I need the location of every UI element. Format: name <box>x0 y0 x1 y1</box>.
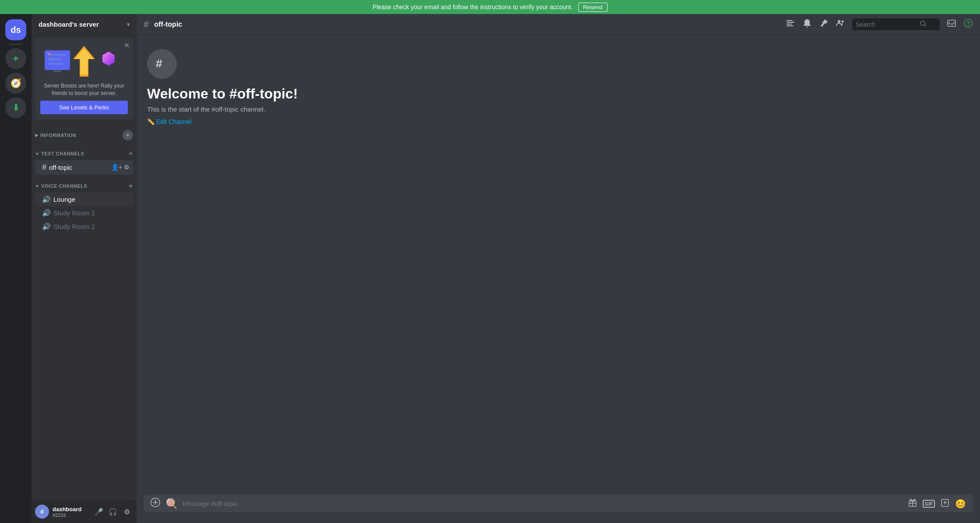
speaker-icon-lounge: 🔊 <box>42 195 51 204</box>
boost-gem-icon <box>102 52 115 66</box>
svg-point-15 <box>842 21 844 23</box>
download-button[interactable]: ⬇ <box>5 97 26 118</box>
chat-messages: # Welcome to #off-topic! This is the sta… <box>137 35 980 495</box>
svg-text:#: # <box>156 57 162 70</box>
svg-rect-13 <box>787 25 794 26</box>
channel-off-topic[interactable]: # off-topic 👤+ ⚙ <box>35 160 133 175</box>
svg-rect-17 <box>948 20 955 26</box>
svg-marker-9 <box>102 52 115 66</box>
category-text-label: TEXT CHANNELS <box>41 151 84 156</box>
svg-text:✕: ✕ <box>47 52 50 56</box>
voice-channel-name-study2: Study Room 2 <box>53 223 95 230</box>
user-panel: d dashboard #2216 🎤 🎧 ⚙ <box>32 500 137 523</box>
boost-banner-image: ✕ ✓ <box>40 44 128 79</box>
channel-settings-icon[interactable]: ⚙ <box>124 164 130 171</box>
svg-point-14 <box>838 20 840 23</box>
explore-button[interactable]: 🧭 <box>5 73 26 94</box>
voice-channel-study-room-1[interactable]: 🔊 Study Room 1 <box>35 206 133 220</box>
verify-text: Please check your email and follow the i… <box>372 4 573 11</box>
channel-actions: 👤+ ⚙ <box>111 164 130 171</box>
nitro-icon: 🍭 <box>165 498 177 509</box>
verify-banner: Please check your email and follow the i… <box>0 0 980 14</box>
add-server-button[interactable]: + <box>5 48 26 69</box>
welcome-title: Welcome to #off-topic! <box>147 86 969 102</box>
welcome-icon: # <box>147 49 177 79</box>
add-text-channel-button[interactable]: + <box>128 149 133 158</box>
speaker-icon-study2: 🔊 <box>42 222 51 231</box>
main-content: # off-topic <box>137 14 980 523</box>
server-header[interactable]: dashboard's server ▾ <box>32 14 137 35</box>
search-icon <box>920 20 927 28</box>
message-input-area: 🍭 GIF 😊 <box>137 495 980 523</box>
channel-welcome: # Welcome to #off-topic! This is the sta… <box>137 42 980 129</box>
plus-icon: + <box>126 131 130 139</box>
server-initials: ds <box>11 25 21 35</box>
resend-button[interactable]: Resend <box>578 3 608 12</box>
category-information-label: INFORMATION <box>40 133 76 138</box>
channel-header: # off-topic <box>137 14 980 35</box>
svg-marker-1 <box>75 48 93 74</box>
pinned-messages-icon[interactable] <box>819 18 829 30</box>
svg-rect-5 <box>48 63 63 65</box>
server-icon-ds[interactable]: ds <box>5 19 26 40</box>
deafen-button[interactable]: 🎧 <box>107 505 119 518</box>
add-attachment-button[interactable] <box>151 498 160 509</box>
help-icon[interactable]: ? <box>963 18 973 30</box>
message-input[interactable] <box>183 495 903 512</box>
chevron-right-icon: ▶ <box>35 133 39 137</box>
search-input[interactable] <box>856 21 917 28</box>
chevron-down-icon-text: ▼ <box>35 151 39 156</box>
svg-rect-6 <box>53 70 61 72</box>
mute-button[interactable]: 🎤 <box>93 505 105 518</box>
user-info: dashboard #2216 <box>53 506 89 518</box>
notifications-icon[interactable] <box>802 18 812 30</box>
edit-channel-link[interactable]: ✏️ Edit Channel <box>147 118 969 125</box>
chat-area: # Welcome to #off-topic! This is the sta… <box>137 35 980 523</box>
gift-icon[interactable] <box>908 498 917 509</box>
edit-channel-label: Edit Channel <box>156 118 191 125</box>
voice-channel-study-room-2[interactable]: 🔊 Study Room 2 <box>35 220 133 233</box>
upload-icon[interactable] <box>940 498 950 509</box>
category-voice-channels[interactable]: ▼ VOICE CHANNELS + <box>32 175 137 193</box>
hash-icon: # <box>42 163 46 172</box>
message-input-box: 🍭 GIF 😊 <box>144 495 973 512</box>
chevron-down-icon-voice: ▼ <box>35 184 39 189</box>
download-icon: ⬇ <box>12 102 20 113</box>
boost-monitor-icon: ✕ ✓ <box>45 50 71 72</box>
add-member-icon[interactable]: 👤+ <box>111 164 122 171</box>
chevron-down-icon: ▾ <box>127 21 130 28</box>
inbox-icon[interactable] <box>947 18 956 30</box>
svg-text:?: ? <box>967 21 970 27</box>
boost-banner-text: Server Boosts are here! Rally your frien… <box>40 82 128 97</box>
channel-list: ▶ INFORMATION + ▼ TEXT CHANNELS + # off-… <box>32 123 137 500</box>
svg-rect-11 <box>787 22 794 23</box>
input-right-icons: GIF 😊 <box>908 498 966 509</box>
welcome-subtitle: This is the start of the #off-topic chan… <box>147 105 969 113</box>
voice-channel-name-lounge: Lounge <box>53 196 75 203</box>
member-list-icon[interactable] <box>836 18 845 30</box>
boost-button[interactable]: See Levels & Perks <box>40 101 128 114</box>
user-discriminator: #2216 <box>53 512 89 518</box>
channel-hash-icon: # <box>144 19 149 30</box>
emoji-picker-button[interactable]: 😊 <box>955 498 966 509</box>
header-actions: ? <box>786 18 973 30</box>
username-display: dashboard <box>53 506 89 512</box>
user-settings-button[interactable]: ⚙ <box>121 505 133 518</box>
voice-channel-name-study1: Study Room 1 <box>53 209 95 217</box>
server-list: ds + 🧭 ⬇ <box>0 14 32 523</box>
category-text-channels[interactable]: ▼ TEXT CHANNELS + <box>32 142 137 160</box>
category-information[interactable]: ▶ INFORMATION + <box>32 123 137 142</box>
add-voice-channel-button[interactable]: + <box>128 182 133 191</box>
svg-rect-12 <box>787 24 792 25</box>
compass-icon: 🧭 <box>11 78 21 88</box>
channel-name-off-topic: off-topic <box>49 164 72 171</box>
boost-banner: ✕ ✕ ✓ <box>35 39 133 119</box>
svg-text:✓: ✓ <box>51 56 54 61</box>
gif-button[interactable]: GIF <box>923 500 935 508</box>
voice-channel-lounge[interactable]: 🔊 Lounge <box>35 193 133 206</box>
search-bar[interactable] <box>852 18 940 30</box>
threads-icon[interactable] <box>786 18 795 30</box>
channel-header-name: off-topic <box>154 21 182 28</box>
channel-sidebar: dashboard's server ▾ ✕ <box>32 14 137 523</box>
add-information-channel-button[interactable]: + <box>123 130 133 140</box>
